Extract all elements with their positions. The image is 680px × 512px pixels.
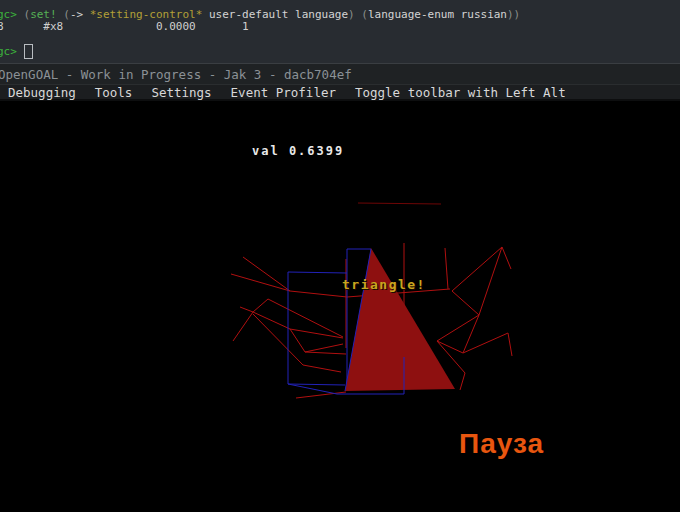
- red-wire-segment: [290, 291, 347, 297]
- red-wire-segment: [253, 299, 268, 312]
- red-wire-segment: [240, 307, 253, 312]
- red-wire-segment: [253, 314, 303, 365]
- red-wire-segment: [233, 312, 253, 341]
- red-wire-segment: [460, 373, 465, 390]
- red-wire-segment: [305, 344, 343, 352]
- red-wire-segment: [231, 274, 290, 291]
- red-wire-segment: [358, 203, 441, 204]
- debug-val-label: val 0.6399: [252, 144, 344, 158]
- menu-bar[interactable]: DebuggingToolsSettingsEvent ProfilerTogg…: [0, 84, 680, 101]
- repl-token: )): [507, 8, 520, 21]
- red-wire-segment: [437, 341, 463, 353]
- pause-text: Пауза: [459, 428, 544, 460]
- repl-token: ): [348, 8, 355, 21]
- red-wire-segment: [445, 248, 448, 289]
- red-wire-segment: [296, 392, 346, 398]
- repl-terminal[interactable]: gc> (set! (-> *setting-control* user-def…: [0, 0, 680, 63]
- red-wire-segment: [305, 352, 346, 354]
- red-wire-segment: [502, 247, 511, 269]
- menu-item-event-profiler[interactable]: Event Profiler: [231, 85, 336, 100]
- blue-wire-segment: [288, 272, 347, 273]
- red-wire-segment: [508, 333, 512, 356]
- red-wire-segment: [437, 315, 479, 341]
- repl-prompt-row[interactable]: gc>: [0, 44, 33, 59]
- menu-item-settings[interactable]: Settings: [151, 85, 211, 100]
- repl-output-line: 8 #x8 0.0000 1: [0, 21, 249, 33]
- red-wire-segment: [303, 365, 341, 372]
- repl-token: (: [361, 8, 368, 21]
- red-wire-segment: [290, 329, 305, 352]
- red-wire-segment: [452, 291, 479, 315]
- red-wire-segment: [253, 312, 290, 329]
- debug-triangle: [345, 248, 455, 391]
- menu-item-tools[interactable]: Tools: [95, 85, 133, 100]
- blue-wire-segment: [288, 384, 337, 394]
- triangle-label: triangle!: [342, 277, 426, 292]
- menu-item-toggle-toolbar-with-left-alt[interactable]: Toggle toolbar with Left Alt: [355, 85, 566, 100]
- repl-token: language-enum russian: [368, 8, 507, 21]
- repl-prompt: gc>: [0, 46, 17, 58]
- wireframe-canvas: [0, 101, 680, 512]
- window-titlebar: OpenGOAL - Work in Progress - Jak 3 - da…: [0, 63, 680, 84]
- red-wire-segment: [243, 257, 290, 291]
- text-cursor: [24, 44, 33, 59]
- blue-wire-segment: [288, 384, 345, 385]
- window-title: OpenGOAL - Work in Progress - Jak 3 - da…: [0, 67, 352, 82]
- menu-item-debugging[interactable]: Debugging: [8, 85, 76, 100]
- debug-3d-viewport[interactable]: [0, 101, 680, 512]
